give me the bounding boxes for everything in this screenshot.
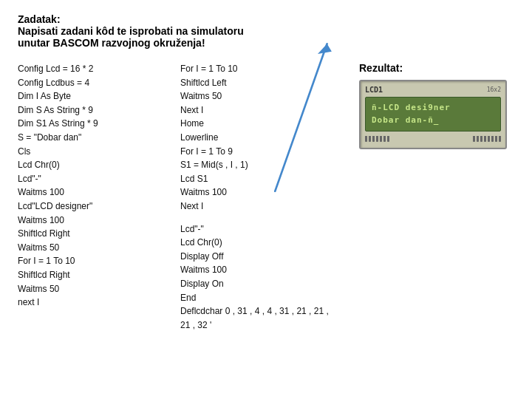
lcd-pin-10 — [480, 136, 482, 142]
left-code-line-11: Lcd"LCD designer" — [18, 200, 166, 214]
mid-code-1-line-9: Lcd S1 — [180, 172, 352, 186]
mid-code-2-line-1: Lcd"-" — [180, 222, 352, 236]
lcd-pin-13 — [491, 136, 494, 142]
left-code-line-5: Dim S1 As String * 9 — [18, 117, 166, 131]
lcd-pin-14 — [495, 136, 497, 142]
lcd-pin-12 — [488, 136, 490, 142]
result-section: Rezultat: LCD1 16x2 ñ-LCD desi9ner Dobar… — [352, 62, 514, 392]
lcd-pin-7 — [387, 136, 389, 142]
lcd-pin-3 — [372, 136, 375, 142]
main-content: Config Lcd = 16 * 2 Config Lcdbus = 4 Di… — [18, 62, 514, 392]
left-code-line-10: Waitms 100 — [18, 185, 166, 200]
lcd-pin-6 — [383, 136, 386, 142]
left-code-line-17: Waitms 50 — [18, 282, 166, 296]
lcd-title: LCD1 — [365, 86, 383, 94]
lcd-pin-4 — [376, 136, 378, 142]
lcd-pin-8 — [473, 136, 475, 142]
lcd-pin-11 — [484, 136, 486, 142]
mid-code-1-line-2: Shiftlcd Left — [180, 76, 352, 90]
result-label: Rezultat: — [359, 62, 403, 74]
mid-code-1-line-7: For I = 1 To 9 — [180, 145, 352, 159]
lcd-pins-right — [473, 136, 501, 142]
middle-section: For I = 1 To 10 Shiftlcd Left Waitms 50 … — [166, 62, 352, 392]
lcd-pins-left — [365, 136, 389, 142]
mid-code-1-line-4: Next I — [180, 103, 352, 117]
mid-code-1-line-10: Waitms 100 — [180, 185, 352, 200]
left-code-line-8: Lcd Chr(0) — [18, 158, 166, 172]
left-code-line-1: Config Lcd = 16 * 2 — [18, 62, 166, 76]
header: Zadatak: Napisati zadani kôd te isprobat… — [18, 13, 514, 49]
left-code-line-16: Shiftlcd Right — [18, 268, 166, 282]
mid-code-2-line-2: Lcd Chr(0) — [180, 236, 352, 250]
mid-code-1-line-5: Home — [180, 117, 352, 131]
left-code-line-6: S = "Dobar dan" — [18, 131, 166, 145]
middle-code-block2: Lcd"-" Lcd Chr(0) Display Off Waitms 100… — [173, 222, 352, 332]
mid-code-2-line-4: Waitms 100 — [180, 263, 352, 277]
mid-code-2-line-5: Display On — [180, 277, 352, 291]
left-code-line-18: next I — [18, 296, 166, 310]
left-code-line-2: Config Lcdbus = 4 — [18, 76, 166, 90]
mid-code-1-line-8: S1 = Mid(s , I , 1) — [180, 158, 352, 172]
left-code-line-12: Waitms 100 — [18, 214, 166, 228]
lcd-pin-5 — [380, 136, 382, 142]
lcd-pin-15 — [499, 136, 501, 142]
left-code-line-7: Cls — [18, 145, 166, 159]
mid-code-2-line-6: End — [180, 291, 352, 305]
mid-code-1-line-3: Waitms 50 — [180, 89, 352, 103]
mid-code-2-line-7: Deflcdchar 0 , 31 , 4 , 4 , 31 , 21 , 21… — [180, 304, 352, 318]
lcd-top-bar: LCD1 16x2 — [365, 86, 501, 94]
left-code-line-14: Waitms 50 — [18, 241, 166, 255]
lcd-line1: ñ-LCD desi9ner — [372, 102, 494, 115]
left-code-line-15: For I = 1 To 10 — [18, 254, 166, 268]
lcd-screen: ñ-LCD desi9ner Dobar dan-ñ_ — [365, 97, 501, 132]
page-wrapper: Zadatak: Napisati zadani kôd te isprobat… — [0, 0, 532, 399]
mid-code-1-line-1: For I = 1 To 10 — [180, 62, 352, 76]
lcd-pin-2 — [369, 136, 371, 142]
header-title-line3: unutar BASCOM razvojnog okruženja! — [18, 37, 514, 49]
mid-code-2-line-8: 21 , 32 ' — [180, 318, 352, 332]
lcd-bottom-bar — [365, 134, 501, 143]
lcd-pin-1 — [365, 136, 367, 142]
left-code-block: Config Lcd = 16 * 2 Config Lcdbus = 4 Di… — [18, 62, 166, 392]
header-title-line2: Napisati zadani kôd te isprobati na simu… — [18, 25, 514, 37]
mid-code-1-line-11: Next I — [180, 200, 352, 214]
header-title-line1: Zadatak: — [18, 13, 514, 25]
left-code-line-9: Lcd"-" — [18, 172, 166, 186]
middle-code-block1: For I = 1 To 10 Shiftlcd Left Waitms 50 … — [173, 62, 352, 214]
lcd-line2: Dobar dan-ñ_ — [372, 115, 494, 127]
mid-code-1-line-6: Lowerline — [180, 131, 352, 145]
lcd-simulator: LCD1 16x2 ñ-LCD desi9ner Dobar dan-ñ_ — [359, 80, 507, 149]
left-code-line-13: Shiftlcd Right — [18, 227, 166, 241]
mid-code-2-line-3: Display Off — [180, 250, 352, 264]
left-code-line-4: Dim S As String * 9 — [18, 103, 166, 117]
lcd-subtitle: 16x2 — [487, 86, 501, 93]
left-code-line-3: Dim I As Byte — [18, 89, 166, 103]
lcd-pin-9 — [477, 136, 479, 142]
